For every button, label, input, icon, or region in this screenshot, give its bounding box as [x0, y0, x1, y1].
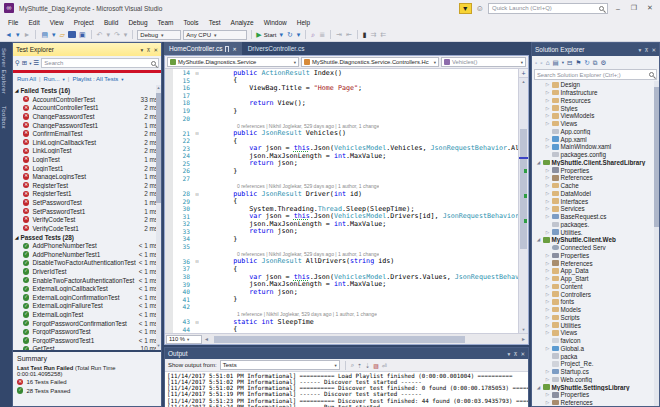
tree-item[interactable]: ▷fonts — [532, 298, 659, 306]
indent-icon[interactable]: ⇥ — [335, 31, 343, 39]
chevron-collapsed-icon[interactable]: ▷ — [545, 191, 550, 196]
chevron-expanded-icon[interactable]: ◢ — [536, 237, 541, 242]
chevron-collapsed-icon[interactable]: ▷ — [545, 90, 550, 95]
tree-item[interactable]: ▷Views — [532, 120, 659, 128]
chevron-collapsed-icon[interactable]: ▷ — [545, 292, 550, 297]
chevron-collapsed-icon[interactable]: ▷ — [545, 168, 550, 173]
window-position-caret-icon[interactable]: ▾ — [639, 47, 642, 53]
chevron-collapsed-icon[interactable]: ▷ — [545, 315, 550, 320]
test-row[interactable]: ✕ChangePasswordTest2 ms — [13, 112, 161, 121]
code-line[interactable]: 19 } — [173, 107, 518, 115]
switch-views-caret-icon[interactable]: ▾ — [562, 60, 564, 65]
platform-dropdown[interactable]: Any CPU▾ — [183, 30, 247, 40]
chevron-collapsed-icon[interactable]: ▷ — [545, 175, 550, 180]
redo-icon[interactable]: ↷ — [113, 31, 121, 39]
type-dropdown[interactable]: MyShuttle.Diagnostics.Service.Controller… — [301, 57, 439, 67]
editor-horizontal-scrollbar[interactable]: ◄ ► — [204, 335, 526, 344]
code-line[interactable]: 35 — [173, 243, 518, 251]
tree-item[interactable]: ▷Views — [532, 329, 659, 337]
properties-icon[interactable]: ⚙ — [600, 59, 606, 67]
tree-item[interactable]: ▷Controllers — [532, 290, 659, 298]
test-row[interactable]: ✕LinkLoginCallbackTest2 ms — [13, 138, 161, 147]
tree-item[interactable]: ▷Services — [532, 205, 659, 213]
navigate-back-icon[interactable]: ◄ — [4, 31, 13, 38]
menu-item-project[interactable]: Project — [69, 19, 99, 26]
tree-item[interactable]: ▷Web.config — [532, 376, 659, 384]
bookmark-prev-icon[interactable]: ⇇ — [380, 31, 388, 39]
breakpoint-margin[interactable] — [165, 69, 173, 333]
solution-tree-scrollbar[interactable] — [654, 81, 659, 406]
code-line[interactable]: 42 — [173, 303, 518, 311]
close-icon[interactable]: ✕ — [153, 47, 158, 53]
chevron-collapsed-icon[interactable]: ▷ — [545, 183, 550, 188]
goto-next-icon[interactable]: ⇣ — [365, 362, 370, 369]
chevron-collapsed-icon[interactable]: ▷ — [545, 323, 550, 328]
chevron-collapsed-icon[interactable]: ▷ — [545, 121, 550, 126]
tree-item[interactable]: packages.config — [532, 151, 659, 159]
tree-item[interactable]: ▷App_Data — [532, 267, 659, 275]
test-row[interactable]: ✓AddPhoneNumberTest1< 1 ms — [13, 250, 161, 259]
run-all-link[interactable]: Run All — [17, 76, 36, 82]
tree-item[interactable]: ▷Properties — [532, 391, 659, 399]
output-log[interactable]: [11/14/2017 5:51:01 PM Informational] ==… — [165, 372, 528, 407]
chevron-collapsed-icon[interactable]: ▷ — [545, 106, 550, 111]
test-row[interactable]: ✓EnableTwoFactorAuthenticationTest< 1 ms — [13, 276, 161, 285]
tree-item[interactable]: ▷App.xaml — [532, 135, 659, 143]
minimize-button[interactable]: – — [612, 5, 624, 12]
test-group-header[interactable]: ◢Passed Tests (28) — [13, 233, 161, 242]
chevron-collapsed-icon[interactable]: ▷ — [545, 253, 550, 258]
test-search-input[interactable]: Search — [41, 58, 159, 68]
start-debug-icon[interactable]: ▶ — [256, 31, 261, 39]
chevron-collapsed-icon[interactable]: ▷ — [545, 98, 550, 103]
test-row[interactable]: ✕LoginTest1 ms — [13, 155, 161, 164]
tree-item[interactable]: ▷Interfaces — [532, 197, 659, 205]
pin-icon[interactable]: ⊼ — [513, 351, 517, 357]
menu-item-window[interactable]: Window — [259, 19, 292, 26]
chevron-collapsed-icon[interactable]: ▷ — [545, 230, 550, 235]
run-link[interactable]: Run... — [44, 76, 60, 82]
tree-item[interactable]: ▷Properties — [532, 252, 659, 260]
test-explorer-header[interactable]: Test Explorer ▾ ⊼ ✕ — [13, 43, 161, 56]
pin-icon[interactable] — [225, 46, 229, 52]
tree-item[interactable]: ▷Design — [532, 81, 659, 89]
playlist-link[interactable]: Playlist : All Tests — [72, 76, 118, 82]
refresh-icon[interactable]: ↻ — [584, 59, 589, 67]
pin-icon[interactable]: ⊼ — [146, 47, 150, 53]
tree-item[interactable]: ◢MyShuttle.Client.SharedLibrary — [532, 159, 659, 167]
menu-item-debug[interactable]: Debug — [123, 19, 152, 26]
fold-collapse-icon[interactable]: ⊟ — [193, 258, 201, 264]
tree-item[interactable]: ◢MyShuttle.Client.Web — [532, 236, 659, 244]
test-group-header[interactable]: ◢Failed Tests (16) — [13, 86, 161, 95]
goto-previous-icon[interactable]: ⇡ — [357, 362, 362, 369]
zoom-dropdown[interactable]: 110 %▾ — [166, 335, 202, 344]
menu-item-test[interactable]: Test — [204, 19, 226, 26]
tree-item[interactable]: ▷Scripts — [532, 314, 659, 322]
chevron-collapsed-icon[interactable]: ▷ — [545, 268, 550, 273]
tree-item[interactable]: ▷Content — [532, 283, 659, 291]
chevron-collapsed-icon[interactable]: ▷ — [545, 276, 550, 281]
refresh-icon[interactable]: ↻ — [286, 31, 294, 39]
tree-item[interactable]: ▷App_Start — [532, 275, 659, 283]
code-line[interactable]: 41 } — [173, 295, 518, 303]
restore-button[interactable]: ❐ — [628, 4, 640, 12]
menu-item-file[interactable]: File — [3, 19, 23, 26]
fold-collapse-icon[interactable]: ⊟ — [193, 130, 201, 136]
test-row[interactable]: ✕ConfirmEmailTest2 ms — [13, 129, 161, 138]
menu-item-tools[interactable]: Tools — [178, 19, 203, 26]
bookmark-icon[interactable]: ▮ — [362, 31, 368, 39]
member-dropdown[interactable]: Vehicles()▾ — [441, 57, 526, 67]
save-all-icon[interactable]: ▣ — [78, 31, 87, 39]
tree-item[interactable]: ▷Properties — [532, 166, 659, 174]
chevron-collapsed-icon[interactable]: ▷ — [545, 199, 550, 204]
tree-item[interactable]: ▷References — [532, 259, 659, 267]
list-options-icon[interactable]: ☰ — [33, 59, 39, 67]
window-position-caret-icon[interactable]: ▾ — [508, 351, 511, 357]
tree-item[interactable]: Connected Serv — [532, 244, 659, 252]
tree-item[interactable]: ▷Styles — [532, 104, 659, 112]
close-icon[interactable]: ✕ — [520, 351, 525, 357]
chevron-collapsed-icon[interactable]: ▷ — [545, 369, 550, 374]
chevron-collapsed-icon[interactable]: ▷ — [545, 346, 550, 351]
undo-caret-icon[interactable]: ▾ — [105, 31, 111, 39]
test-row[interactable]: ✓GetTest10 ms — [13, 345, 161, 350]
chevron-collapsed-icon[interactable]: ▷ — [545, 307, 550, 312]
